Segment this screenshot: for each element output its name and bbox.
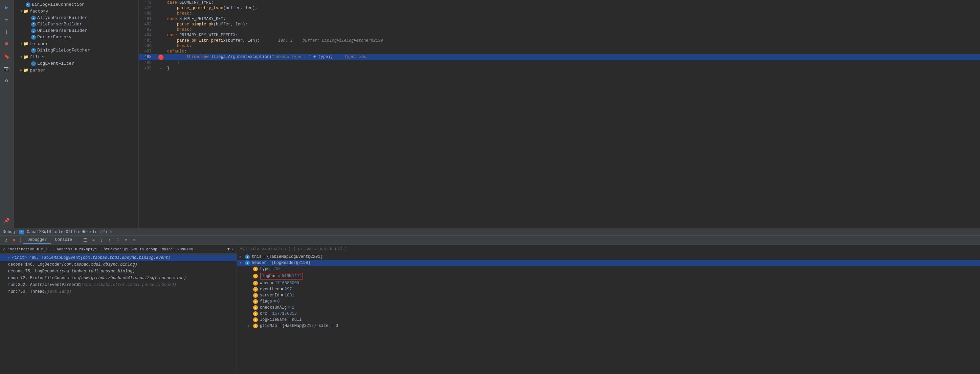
step-over-icon[interactable]: ↷: [2, 15, 11, 24]
breakpoint-icon: 🔴: [158, 55, 164, 60]
var-row-type[interactable]: i type = 19: [237, 266, 980, 272]
var-equals: =: [288, 317, 290, 322]
watch-button[interactable]: ⊕: [130, 237, 137, 244]
var-row-gtidmap[interactable]: ▶ i gtidMap = {HashMap@2212} size = 0: [237, 323, 980, 329]
var-icon: i: [253, 323, 258, 328]
frames-button[interactable]: ☰: [82, 237, 89, 244]
run-icon[interactable]: ▶: [2, 3, 11, 12]
var-row-logfilename[interactable]: i logFileName = null: [237, 317, 980, 323]
filter-icon[interactable]: ▼: [228, 247, 230, 252]
file-tree: C BinlogFileConnection ▼ 📁 factory C Ali…: [14, 0, 139, 228]
var-row-when[interactable]: i when = 1716885000: [237, 280, 980, 286]
line-content: case PRIMARY_KEY_WITH_PREFIX:: [166, 32, 980, 38]
chevron-down-icon: ▼: [20, 55, 22, 59]
variables-panel: ▶ i this = {TableMapLogEvent@2201} ▼ i h…: [237, 253, 980, 374]
var-row-checksumalg[interactable]: i checksumAlg = 1: [237, 305, 980, 311]
class-icon: C: [31, 22, 36, 27]
tree-item-parserfactory[interactable]: C ParserFactory: [14, 34, 138, 40]
tree-item-fileparserbuilder[interactable]: C FileParserBuilder: [14, 21, 138, 27]
class-icon: C: [31, 16, 36, 20]
step-into-button[interactable]: ↓: [98, 237, 105, 244]
tree-item-label: AliyunParserBuilder: [37, 15, 87, 20]
tree-item-parser[interactable]: ▶ 📁 parser: [14, 67, 138, 74]
var-name: header: [252, 261, 266, 265]
var-row-this[interactable]: ▶ i this = {TableMapLogEvent@2201}: [237, 254, 980, 260]
stack-frame-5[interactable]: run:262, AbstractEventParser$1 (com.alib…: [0, 281, 237, 288]
stack-frame-2[interactable]: decode:146, LogDecoder (com.taobao.tddl.…: [0, 261, 237, 268]
step-into-icon[interactable]: ↓: [2, 27, 11, 37]
tab-console[interactable]: Console: [51, 237, 76, 244]
stack-frame-4[interactable]: dump:72, BinlogFileConnection (com.githu…: [0, 275, 237, 281]
line-gutter: [156, 32, 166, 38]
eval-bar: Evaluate expression (=) or add a watch (…: [237, 245, 980, 253]
var-row-eventlen[interactable]: i eventLen = 297: [237, 286, 980, 292]
var-value: 0: [277, 299, 280, 304]
line-gutter: [156, 43, 166, 49]
tree-item-filter[interactable]: ▼ 📁 filter: [14, 54, 138, 60]
var-value: 1001: [285, 293, 294, 298]
line-gutter: ⇒: [156, 60, 166, 66]
close-tab-button[interactable]: ✕: [110, 230, 112, 235]
tree-item-label: fetcher: [30, 42, 48, 46]
var-row-logpos[interactable]: i logPos = 54655791: [237, 272, 980, 280]
rerun-button[interactable]: ↺: [3, 237, 10, 244]
tree-item-label: parser: [30, 68, 46, 73]
stack-frame-6[interactable]: run:750, Thread (java.lang): [0, 288, 237, 295]
frame-class: (com.alibaba.otter.canal.parse.inbound): [81, 283, 176, 287]
var-icon: i: [253, 281, 258, 286]
line-gutter: [156, 5, 166, 11]
var-value: 54655791: [282, 274, 301, 278]
stack-frame-1[interactable]: ↩ <init>:488, TableMapLogEvent (com.taob…: [0, 254, 237, 261]
code-editor: 478 case GEOMETRY_TYPE: 479 parse_geomet…: [139, 0, 980, 228]
stop-icon[interactable]: ■: [2, 39, 11, 49]
line-content: break;: [166, 11, 980, 16]
line-content: throw new IllegalArgumentException("unkn…: [166, 54, 980, 60]
thread-bar: ✔ "destination = null , address = rm-bp1…: [0, 245, 237, 254]
dropdown-arrow[interactable]: ▾: [232, 247, 234, 251]
tab-debugger[interactable]: Debugger: [23, 237, 51, 244]
code-line-483: 483 break;: [139, 27, 980, 32]
pin-icon[interactable]: 📌: [2, 216, 11, 225]
evaluate-button[interactable]: ≡: [123, 237, 129, 244]
tree-item-logeventfilter[interactable]: C LogEventFilter: [14, 60, 138, 67]
code-line-481: 481 case SIMPLE_PRIMARY_KEY:: [139, 16, 980, 22]
tree-item-factory[interactable]: ▼ 📁 factory: [14, 8, 138, 14]
tree-item-fetcher[interactable]: ▼ 📁 fetcher: [14, 40, 138, 47]
bookmark-icon[interactable]: 🔖: [2, 51, 11, 61]
var-equals: =: [268, 261, 270, 265]
step-over-button[interactable]: ↷: [90, 237, 97, 244]
var-row-serverid[interactable]: i serverId = 1001: [237, 292, 980, 299]
var-name: crc: [260, 311, 267, 316]
var-name: logPos: [262, 274, 277, 278]
frame-location: decode:146, LogDecoder: [8, 262, 62, 267]
line-number: 478: [139, 0, 156, 5]
line-number: 486: [139, 43, 156, 49]
var-row-header[interactable]: ▼ i header = {LogHeader@2198}: [237, 260, 980, 266]
line-gutter: [156, 11, 166, 16]
code-line-489: 489 ⇒ }: [139, 60, 980, 66]
tree-item-binlogfilelogfetcher[interactable]: C BinlogFileLogFetcher: [14, 47, 138, 54]
camera-icon[interactable]: 📷: [2, 64, 11, 73]
tree-item-onlineparserbuilder[interactable]: C OnlineParserBuilder: [14, 27, 138, 34]
settings-icon[interactable]: ⚙: [2, 76, 11, 85]
folder-icon: 📁: [23, 67, 29, 73]
line-number: 485: [139, 38, 156, 43]
chevron-down-icon: ▼: [20, 42, 22, 46]
tree-item-binlogfileconnection[interactable]: C BinlogFileConnection: [14, 2, 138, 8]
toolbar-separator: [20, 238, 21, 243]
line-content: parse_pk_with_prefix(buffer, len); len: …: [166, 38, 980, 43]
frame-location: dump:72, BinlogFileConnection: [8, 276, 79, 280]
stack-frame-3[interactable]: decode:75, LogDecoder (com.taobao.tddl.d…: [0, 268, 237, 275]
debug-content: ✔ "destination = null , address = rm-bp1…: [0, 245, 980, 374]
stop-button[interactable]: ■: [11, 237, 18, 244]
var-row-crc[interactable]: i crc = 1577176853: [237, 311, 980, 317]
var-icon: i: [253, 317, 258, 322]
var-icon: i: [245, 261, 250, 265]
tree-item-aliyunparserbuilder[interactable]: C AliyunParserBuilder: [14, 14, 138, 21]
line-content: case SIMPLE_PRIMARY_KEY:: [166, 16, 980, 22]
run-to-cursor-button[interactable]: ⤵: [115, 237, 121, 244]
var-row-flags[interactable]: i flags = 0: [237, 299, 980, 305]
step-out-button[interactable]: ↑: [106, 237, 113, 244]
var-name: this: [252, 254, 262, 259]
line-number: 479: [139, 5, 156, 11]
